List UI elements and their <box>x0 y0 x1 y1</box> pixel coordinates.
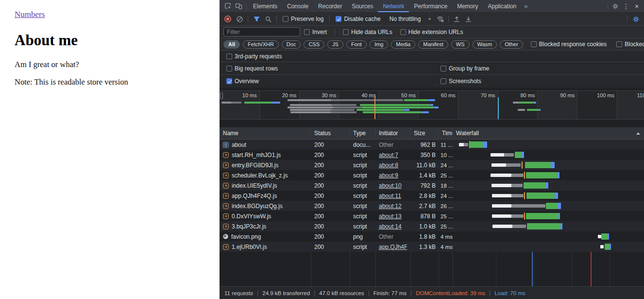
group-by-frame-label: Group by frame <box>449 65 489 72</box>
resource-type-pill[interactable]: CSS <box>304 40 324 49</box>
numbers-link[interactable]: Numbers <box>15 10 45 19</box>
more-options-icon[interactable]: ⋮ <box>621 1 631 11</box>
hide-data-urls-checkbox[interactable]: Hide data URLs <box>343 29 392 35</box>
devtools-tab[interactable]: Performance <box>409 0 452 12</box>
third-party-requests-checkbox[interactable]: 3rd-party requests <box>226 53 282 60</box>
checkbox[interactable] <box>226 53 232 59</box>
devtools-tab[interactable]: Recorder <box>313 0 347 12</box>
devtools-tab[interactable]: Network <box>378 0 409 12</box>
resource-type-pill[interactable]: Img <box>370 40 388 49</box>
big-request-rows-row: Big request rows Group by frame <box>220 62 644 75</box>
resource-type-pill[interactable]: Other <box>500 40 523 49</box>
network-conditions-icon[interactable] <box>435 14 445 24</box>
blocked-response-cookies-checkbox[interactable]: Blocked response cookies <box>531 41 607 48</box>
column-header[interactable]: Size <box>410 127 439 139</box>
devtools-tab[interactable]: Memory <box>452 0 483 12</box>
column-header[interactable]: Name <box>220 127 311 139</box>
disable-cache-checkbox[interactable]: Disable cache <box>336 16 380 22</box>
request-initiator[interactable]: about:14 <box>379 223 402 230</box>
table-row[interactable]: 1.ejURb0Vl.js 200 script app.QJh4Fz 1.3 … <box>220 242 644 252</box>
search-icon[interactable] <box>263 14 273 24</box>
overview-checkbox[interactable]: Overview <box>226 78 259 85</box>
hide-data-urls-label: Hide data URLs <box>351 29 392 35</box>
checkbox[interactable] <box>531 41 537 47</box>
file-type-icon <box>223 142 229 148</box>
checkbox[interactable] <box>226 78 232 84</box>
hide-extension-urls-checkbox[interactable]: Hide extension URLs <box>400 29 463 35</box>
export-har-icon[interactable] <box>463 14 474 24</box>
record-network-log-button[interactable] <box>222 14 233 24</box>
overview-request-bar <box>356 109 404 111</box>
checkbox[interactable] <box>304 29 310 35</box>
request-initiator[interactable]: about:9 <box>379 172 398 179</box>
checkbox[interactable] <box>336 16 341 22</box>
overview-resize-handle[interactable] <box>220 92 223 99</box>
clear-network-log-button[interactable] <box>234 14 245 24</box>
devtools-tab[interactable]: Console <box>282 0 313 12</box>
network-toolbar: Preserve log Disable cache No throttling… <box>220 13 644 26</box>
preserve-log-checkbox[interactable]: Preserve log <box>283 16 323 22</box>
column-header[interactable]: Time <box>439 127 453 139</box>
invert-checkbox[interactable]: Invert <box>304 29 327 35</box>
divider <box>608 3 608 10</box>
screenshots-checkbox[interactable]: Screenshots <box>441 78 481 85</box>
request-initiator[interactable]: about:11 <box>379 193 401 199</box>
filter-funnel-icon[interactable] <box>251 14 262 24</box>
checkbox[interactable] <box>441 78 446 84</box>
resource-type-pill[interactable]: All <box>223 40 240 49</box>
request-initiator[interactable]: about:7 <box>379 152 398 158</box>
import-har-icon[interactable] <box>452 14 462 24</box>
inspect-element-icon[interactable] <box>222 1 233 11</box>
resource-type-pill[interactable]: Media <box>391 40 415 49</box>
devtools-tab[interactable]: Sources <box>347 0 378 12</box>
checkbox[interactable] <box>616 41 622 47</box>
more-tabs-button[interactable]: » <box>521 0 530 12</box>
column-header[interactable]: Initiator <box>375 127 410 139</box>
request-initiator[interactable]: about:8 <box>379 162 398 169</box>
network-settings-gear-icon[interactable] <box>630 14 641 24</box>
blocked-requests-checkbox[interactable]: Blocked requests <box>616 41 644 48</box>
devtools-tab[interactable]: Elements <box>248 0 282 12</box>
device-toolbar-icon[interactable] <box>233 1 244 11</box>
table-row[interactable]: app.QJh4Fz4Q.js 200 script about:11 2.8 … <box>220 191 644 201</box>
network-overview-timeline[interactable]: 10 ms20 ms30 ms40 ms50 ms60 ms70 ms80 ms… <box>220 90 644 120</box>
resource-type-pill[interactable]: JS <box>327 40 343 49</box>
big-request-rows-checkbox[interactable]: Big request rows <box>226 65 278 72</box>
checkbox[interactable] <box>441 66 446 71</box>
table-row[interactable]: index.BGDyuzQg.js 200 script about:12 2.… <box>220 201 644 211</box>
checkbox[interactable] <box>283 16 288 22</box>
resource-type-pill[interactable]: Manifest <box>418 40 448 49</box>
throttling-select[interactable]: No throttling ▾ <box>390 16 431 22</box>
table-row[interactable]: index.UIE5ydIV.js 200 script about:10 79… <box>220 180 644 191</box>
resource-type-pill[interactable]: Fetch/XHR <box>243 40 279 49</box>
resource-type-pill[interactable]: Wasm <box>473 40 497 49</box>
table-row[interactable]: 3.bqJP3cJr.js 200 script about:14 1.0 kB… <box>220 221 644 231</box>
resource-type-pill[interactable]: Doc <box>282 40 301 49</box>
request-name: start.RH_mhJO1.js <box>232 152 281 158</box>
close-devtools-icon[interactable]: × <box>631 1 642 11</box>
resource-type-pill[interactable]: Font <box>346 40 367 49</box>
checkbox[interactable] <box>343 29 349 35</box>
request-initiator[interactable]: about:13 <box>379 213 402 220</box>
web-page: Numbers About me Am I great or what? Not… <box>0 0 220 299</box>
request-initiator[interactable]: app.QJh4Fz <box>379 244 407 250</box>
request-type: script <box>350 180 375 191</box>
settings-gear-icon[interactable] <box>610 1 621 11</box>
table-row[interactable]: favicon.png 200 png Other 1.8 kB 4 ms <box>220 231 644 242</box>
table-row[interactable]: 0.DxVIYswW.js 200 script about:13 878 B … <box>220 211 644 221</box>
column-header[interactable]: Waterfall <box>453 127 644 139</box>
column-header[interactable]: Status <box>311 127 350 139</box>
filter-input[interactable] <box>223 27 300 36</box>
request-initiator[interactable]: about:12 <box>379 203 402 210</box>
group-by-frame-checkbox[interactable]: Group by frame <box>441 65 489 72</box>
column-header[interactable]: Type <box>350 127 375 139</box>
resource-type-pill[interactable]: WS <box>451 40 470 49</box>
checkbox[interactable] <box>400 29 406 35</box>
table-row[interactable]: about 200 docu... Other 962 B 11 ... <box>220 140 644 150</box>
table-row[interactable]: scheduler.BvLojk_z.js 200 script about:9… <box>220 170 644 180</box>
table-row[interactable]: entry.BFG8D9Jl.js 200 script about:8 11.… <box>220 160 644 170</box>
table-row[interactable]: start.RH_mhJO1.js 200 script about:7 350… <box>220 150 644 160</box>
checkbox[interactable] <box>226 66 232 71</box>
request-initiator[interactable]: about:10 <box>379 182 402 189</box>
devtools-tab[interactable]: Application <box>483 0 522 12</box>
